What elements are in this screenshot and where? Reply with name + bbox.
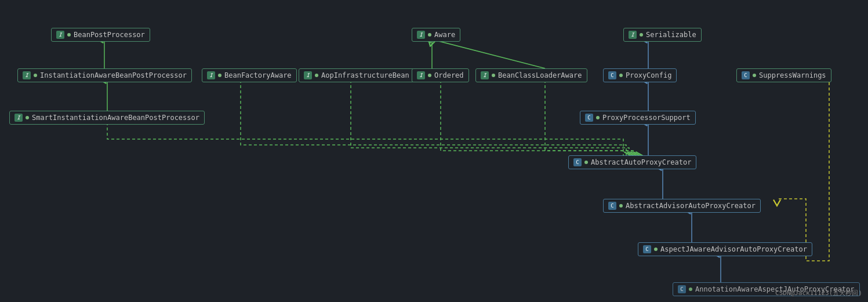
diagram-container: I BeanPostProcessor I Aware I Serializab… [0, 0, 868, 302]
node-abstract-advisor-auto-proxy-creator: C AbstractAdvisorAutoProxyCreator [603, 199, 761, 213]
node-label: Ordered [434, 71, 464, 79]
class-icon: C [573, 158, 582, 166]
node-abstract-auto-proxy-creator: C AbstractAutoProxyCreator [568, 155, 696, 169]
node-aop-infrastructure-bean: I AopInfrastructureBean [299, 68, 415, 82]
node-label: BeanClassLoaderAware [498, 71, 582, 79]
node-dot [619, 74, 623, 77]
interface-icon: I [56, 31, 64, 39]
interface-icon: I [417, 71, 425, 79]
node-instantiation-aware-bean-post-processor: I InstantiationAwareBeanPostProcessor [17, 68, 192, 82]
node-aspect-j-aware-advisor-auto-proxy-creator: C AspectJAwareAdvisorAutoProxyCreator [638, 242, 812, 256]
node-dot [315, 74, 318, 77]
node-label: AopInfrastructureBean [321, 71, 409, 79]
node-dot [654, 248, 658, 251]
node-label: AbstractAutoProxyCreator [591, 158, 691, 166]
watermark: CSDN@Jack11123(五天秒回) [775, 289, 862, 297]
class-icon: C [608, 202, 616, 210]
node-ordered: I Ordered [412, 68, 469, 82]
node-bean-factory-aware: I BeanFactoryAware [202, 68, 297, 82]
class-icon: C [643, 245, 651, 253]
node-dot [26, 116, 29, 119]
node-dot [584, 161, 588, 164]
node-dot [67, 33, 71, 37]
node-smart-instantiation-aware-bean-post-processor: I SmartInstantiationAwareBeanPostProcess… [9, 111, 205, 125]
node-label: ProxyConfig [626, 71, 671, 79]
interface-icon: I [481, 71, 489, 79]
node-dot [640, 33, 643, 37]
node-bean-post-processor: I BeanPostProcessor [51, 28, 150, 42]
node-suppress-warnings: C SuppressWarnings [736, 68, 831, 82]
interface-icon: I [629, 31, 637, 39]
node-serializable: I Serializable [623, 28, 702, 42]
node-label: ProxyProcessorSupport [602, 114, 691, 122]
node-label: BeanPostProcessor [74, 31, 145, 39]
node-dot [753, 74, 756, 77]
node-label: InstantiationAwareBeanPostProcessor [40, 71, 187, 79]
node-bean-class-loader-aware: I BeanClassLoaderAware [475, 68, 587, 82]
node-label: Serializable [646, 31, 696, 39]
node-proxy-config: C ProxyConfig [603, 68, 677, 82]
node-label: SmartInstantiationAwareBeanPostProcessor [32, 114, 199, 122]
interface-icon: I [417, 31, 425, 39]
interface-icon: I [23, 71, 31, 79]
interface-icon: I [304, 71, 312, 79]
node-dot [596, 116, 600, 119]
class-icon: C [585, 114, 593, 122]
node-dot [34, 74, 37, 77]
node-label: Aware [434, 31, 455, 39]
interface-icon: I [14, 114, 23, 122]
node-dot [428, 74, 431, 77]
class-icon: C [742, 71, 750, 79]
node-label: AspectJAwareAdvisorAutoProxyCreator [660, 245, 807, 253]
node-label: SuppressWarnings [759, 71, 826, 79]
node-label: BeanFactoryAware [224, 71, 292, 79]
interface-icon: I [207, 71, 215, 79]
node-dot [492, 74, 495, 77]
class-icon: C [678, 285, 686, 293]
svg-line-2 [432, 39, 545, 68]
node-label: AbstractAdvisorAutoProxyCreator [626, 202, 756, 210]
node-dot [218, 74, 221, 77]
node-proxy-processor-support: C ProxyProcessorSupport [580, 111, 696, 125]
class-icon: C [608, 71, 616, 79]
arrows-svg [0, 0, 868, 302]
node-dot [428, 33, 431, 37]
node-dot [689, 288, 692, 291]
node-dot [619, 204, 623, 208]
node-aware: I Aware [412, 28, 460, 42]
